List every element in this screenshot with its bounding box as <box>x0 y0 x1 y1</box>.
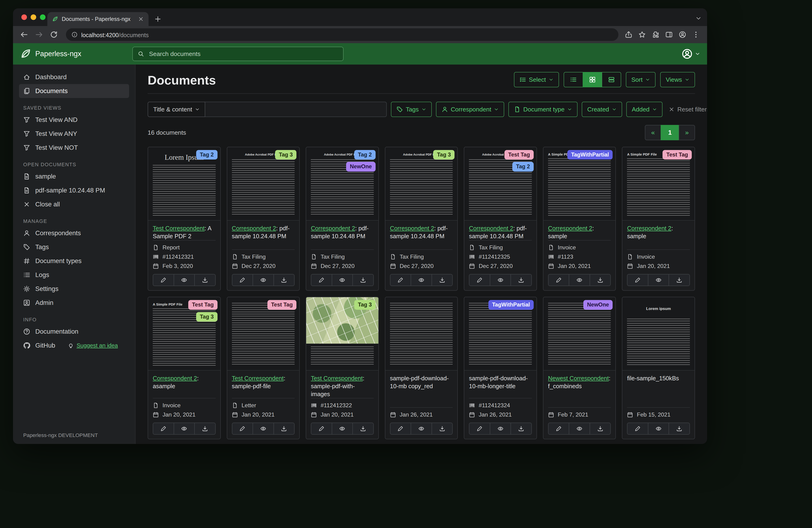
document-title[interactable]: Test Correspondent: sample-pdf-with-imag… <box>311 374 374 398</box>
user-menu[interactable] <box>682 48 700 59</box>
document-thumbnail[interactable]: Lorem ipsum <box>622 297 695 371</box>
download-button[interactable] <box>432 423 452 434</box>
forward-button[interactable] <box>35 30 43 39</box>
sidebar-item-tags[interactable]: Tags <box>19 240 129 254</box>
suggest-idea-label[interactable]: Suggest an idea <box>77 342 118 349</box>
sidebar-item-admin[interactable]: Admin <box>19 296 129 310</box>
edit-button[interactable] <box>627 274 648 286</box>
document-card[interactable]: Adobe Acrobat PDF Files Tag 3 Correspond… <box>227 147 300 291</box>
preview-button[interactable] <box>332 423 353 434</box>
filter-field-button[interactable]: Title & content <box>148 102 205 117</box>
document-thumbnail[interactable]: A Simple PDF File Test TagTag 3 <box>148 297 220 371</box>
added-filter-button[interactable]: Added <box>626 102 663 117</box>
correspondent-link[interactable]: Correspondent 2 <box>390 225 434 231</box>
document-thumbnail[interactable]: Adobe Acrobat PDF Files Test TagTag 2 <box>464 147 536 220</box>
list-view-button[interactable] <box>564 72 583 87</box>
sidebar-item-documents[interactable]: Documents <box>19 84 129 98</box>
document-title[interactable]: file-sample_150kBs <box>627 374 690 390</box>
browser-tab[interactable]: Documents - Paperless-ngx <box>47 12 148 26</box>
document-type-filter-button[interactable]: Document type <box>508 102 578 117</box>
back-button[interactable] <box>20 30 28 39</box>
tag-badge[interactable]: Tag 2 <box>354 150 376 159</box>
preview-button[interactable] <box>332 274 353 286</box>
close-tab-icon[interactable] <box>138 16 144 22</box>
edit-button[interactable] <box>390 274 411 286</box>
correspondent-link[interactable]: Correspondent 2 <box>627 225 671 231</box>
sort-button[interactable]: Sort <box>626 72 655 87</box>
filter-query-input[interactable] <box>205 102 387 117</box>
document-thumbnail[interactable]: Lorem Ipsum Tag 2 <box>148 147 220 220</box>
download-button[interactable] <box>590 274 610 286</box>
document-title[interactable]: Test Correspondent: A Sample PDF 2 <box>153 224 216 240</box>
document-card[interactable]: NewOne Newest Correspondent: f_combineds… <box>543 297 616 439</box>
details-view-button[interactable] <box>602 72 621 87</box>
sidebar-item-saved-view[interactable]: Test View ANY <box>19 127 129 141</box>
edit-button[interactable] <box>390 423 411 434</box>
sidebar-item-github[interactable]: GitHub Suggest an idea <box>19 339 129 353</box>
browser-profile-icon[interactable] <box>679 31 686 38</box>
sidebar-item-logs[interactable]: Logs <box>19 268 129 282</box>
edit-button[interactable] <box>232 274 253 286</box>
download-button[interactable] <box>194 274 215 286</box>
download-button[interactable] <box>352 274 373 286</box>
preview-button[interactable] <box>648 274 669 286</box>
correspondent-link[interactable]: Correspondent 2 <box>469 225 513 231</box>
preview-button[interactable] <box>252 423 273 434</box>
tag-badge[interactable]: Test Tag <box>267 300 297 310</box>
document-title[interactable]: Correspondent 2: sample <box>548 224 611 240</box>
document-card[interactable]: Lorem Ipsum Tag 2 Test Correspondent: A … <box>148 147 221 291</box>
side-panel-icon[interactable] <box>665 31 673 38</box>
correspondent-filter-button[interactable]: Correspondent <box>436 102 504 117</box>
preview-button[interactable] <box>411 274 432 286</box>
select-button[interactable]: Select <box>514 72 559 87</box>
document-card[interactable]: Lorem ipsum file-sample_150kBs Feb 15, 2… <box>622 297 695 439</box>
preview-button[interactable] <box>569 274 590 286</box>
download-button[interactable] <box>273 274 294 286</box>
bookmark-star-icon[interactable] <box>638 31 646 38</box>
extensions-icon[interactable] <box>652 31 659 38</box>
download-button[interactable] <box>432 274 452 286</box>
document-thumbnail[interactable]: A Simple PDF File TagWithPartial <box>543 147 615 220</box>
current-page-button[interactable]: 1 <box>661 125 679 140</box>
document-thumbnail[interactable]: NewOne <box>543 297 615 371</box>
document-card[interactable]: Test Tag Test Correspondent: sample-pdf-… <box>227 297 300 439</box>
sidebar-item-documentation[interactable]: Documentation <box>19 325 129 339</box>
tag-badge[interactable]: Tag 3 <box>196 312 218 322</box>
correspondent-link[interactable]: Correspondent 2 <box>232 225 276 231</box>
document-title[interactable]: Correspondent 2: pdf-sample 10.24.48 PM <box>311 224 374 240</box>
views-button[interactable]: Views <box>660 72 695 87</box>
preview-button[interactable] <box>174 274 194 286</box>
correspondent-link[interactable]: Correspondent 2 <box>311 225 355 231</box>
edit-button[interactable] <box>153 274 174 286</box>
edit-button[interactable] <box>549 423 569 434</box>
preview-button[interactable] <box>490 423 511 434</box>
edit-button[interactable] <box>549 274 569 286</box>
global-search[interactable] <box>132 47 344 61</box>
edit-button[interactable] <box>469 423 490 434</box>
preview-button[interactable] <box>174 423 194 434</box>
document-title[interactable]: Correspondent 2: pdf-sample 10.24.48 PM <box>469 224 532 240</box>
sidebar-item-open-document[interactable]: sample <box>19 170 129 183</box>
tag-badge[interactable]: Tag 3 <box>354 300 376 310</box>
document-title[interactable]: Newest Correspondent: f_combineds <box>548 374 611 390</box>
address-bar[interactable]: localhost:4200/documents <box>66 28 619 41</box>
suggest-idea-link[interactable]: Suggest an idea <box>68 342 118 349</box>
document-title[interactable]: Correspondent 2: pdf-sample 10.24.48 PM <box>390 224 453 240</box>
tag-badge[interactable]: Test Tag <box>663 150 692 159</box>
sidebar-item-saved-view[interactable]: Test View NOT <box>19 141 129 155</box>
new-tab-button[interactable] <box>154 15 162 23</box>
sidebar-item-settings[interactable]: Settings <box>19 282 129 296</box>
sidebar-item-dashboard[interactable]: Dashboard <box>19 70 129 84</box>
edit-button[interactable] <box>311 423 332 434</box>
zoom-window-button[interactable] <box>40 14 45 20</box>
download-button[interactable] <box>669 423 690 434</box>
grid-view-button[interactable] <box>583 72 602 87</box>
next-page-button[interactable]: » <box>679 125 695 140</box>
minimize-window-button[interactable] <box>31 14 36 20</box>
tag-badge[interactable]: Tag 2 <box>512 162 534 171</box>
preview-button[interactable] <box>569 423 590 434</box>
download-button[interactable] <box>669 274 690 286</box>
document-card[interactable]: Adobe Acrobat PDF Files Tag 3 Correspond… <box>385 147 458 291</box>
correspondent-link[interactable]: Test Correspondent <box>232 375 284 382</box>
download-button[interactable] <box>273 423 294 434</box>
